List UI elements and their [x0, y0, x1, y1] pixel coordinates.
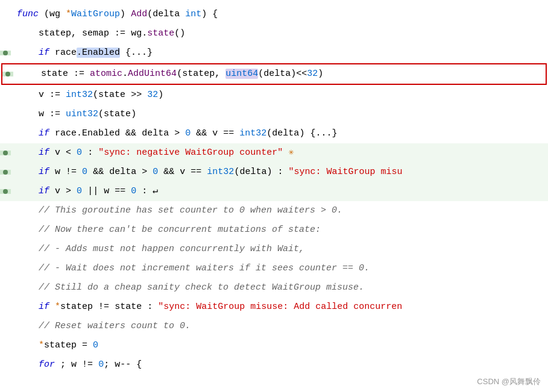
- line-content-11: // This goroutine has set counter to 0 w…: [13, 202, 548, 220]
- gutter-dot-3: [3, 51, 8, 55]
- line-content-10: if v > 0 || w == 0 : ↵: [13, 182, 548, 201]
- line-content-3: if race.Enabled {...}: [13, 44, 548, 62]
- line-content-19: for ; w != 0; w-- {: [13, 356, 548, 374]
- code-line-12: // Now there can't be concurrent mutatio…: [0, 220, 548, 240]
- code-line-1: func (wg *WaitGroup) Add(delta int) {: [0, 5, 548, 24]
- code-line-11: // This goroutine has set counter to 0 w…: [0, 201, 548, 220]
- line-content-14: // - Wait does not increment waiters if …: [13, 260, 548, 278]
- line-content-12: // Now there can't be concurrent mutatio…: [13, 221, 548, 239]
- code-line-4: state := atomic.AddUint64(statep, uint64…: [1, 63, 547, 85]
- line-content-7: if race.Enabled && delta > 0 && v == int…: [13, 125, 548, 143]
- gutter-4: [2, 72, 13, 76]
- code-line-19: for ; w != 0; w-- {: [0, 355, 548, 375]
- code-line-7: if race.Enabled && delta > 0 && v == int…: [0, 124, 548, 143]
- line-content-16: if *statep != state : "sync: WaitGroup m…: [13, 298, 548, 316]
- line-content-1: func (wg *WaitGroup) Add(delta int) {: [13, 5, 548, 23]
- line-content-4: state := atomic.AddUint64(statep, uint64…: [16, 65, 546, 83]
- code-line-13: // - Adds must not happen concurrently w…: [0, 240, 548, 259]
- code-line-14: // - Wait does not increment waiters if …: [0, 259, 548, 278]
- line-content-13: // - Adds must not happen concurrently w…: [13, 240, 548, 258]
- watermark: CSDN @风舞飘伶: [477, 376, 541, 387]
- code-line-15: // Still do a cheap sanity check to dete…: [0, 278, 548, 297]
- line-content-15: // Still do a cheap sanity check to dete…: [13, 279, 548, 297]
- code-line-5: v := int32(state >> 32): [0, 86, 548, 105]
- line-content-5: v := int32(state >> 32): [13, 86, 548, 104]
- code-line-10: if v > 0 || w == 0 : ↵: [0, 182, 548, 201]
- code-line-8: if v < 0 : "sync: negative WaitGroup cou…: [0, 143, 548, 163]
- gutter-10: [0, 189, 11, 194]
- code-line-18: *statep = 0: [0, 336, 548, 355]
- line-content-17: // Reset waiters count to 0.: [13, 317, 548, 335]
- gutter-dot-10: [3, 189, 8, 194]
- code-line-2: statep, semap := wg.state(): [0, 24, 548, 43]
- gutter-dot-9: [3, 170, 8, 175]
- gutter-dot-4: [5, 72, 10, 76]
- gutter-8: [0, 151, 11, 155]
- gutter-dot-8: [3, 151, 8, 155]
- code-line-3: if race.Enabled {...}: [0, 43, 548, 63]
- line-content-18: *statep = 0: [13, 337, 548, 355]
- line-content-9: if w != 0 && delta > 0 && v == int32(del…: [13, 163, 548, 181]
- line-content-8: if v < 0 : "sync: negative WaitGroup cou…: [13, 144, 548, 162]
- code-line-9: if w != 0 && delta > 0 && v == int32(del…: [0, 163, 548, 182]
- code-line-6: w := uint32(state): [0, 105, 548, 124]
- code-line-17: // Reset waiters count to 0.: [0, 317, 548, 336]
- code-container: func (wg *WaitGroup) Add(delta int) { st…: [0, 0, 548, 392]
- line-content-6: w := uint32(state): [13, 105, 548, 123]
- gutter-9: [0, 170, 11, 175]
- code-line-16: if *statep != state : "sync: WaitGroup m…: [0, 297, 548, 317]
- line-content-2: statep, semap := wg.state(): [13, 25, 548, 43]
- gutter-3: [0, 51, 11, 55]
